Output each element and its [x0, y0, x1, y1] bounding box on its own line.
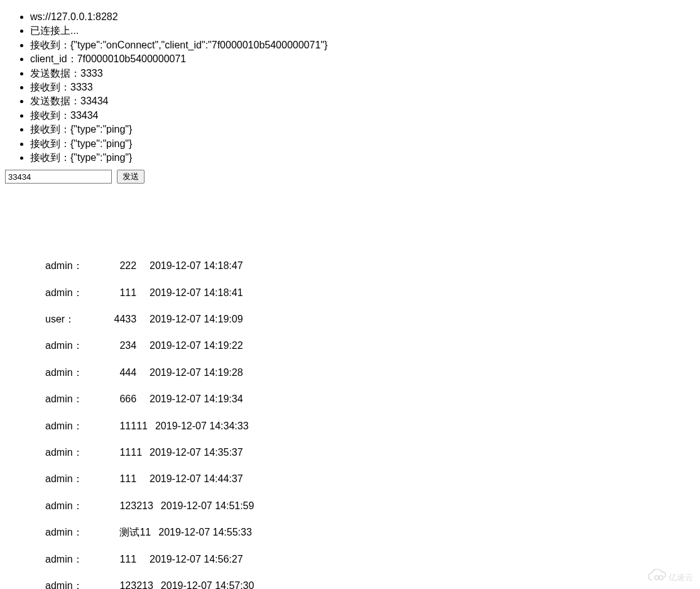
chat-user: admin：: [45, 286, 84, 300]
chat-row: admin： 123213 2019-12-07 14:57:30: [45, 579, 685, 589]
chat-user: admin：: [45, 392, 84, 406]
chat-message: 11111: [92, 419, 148, 433]
chat-timestamp: 2019-12-07 14:19:09: [150, 312, 243, 326]
log-item: client_id：7f0000010b5400000071: [30, 52, 685, 66]
scroll-viewport[interactable]: ws://127.0.0.1:8282 已连接上... 接收到：{"type":…: [0, 0, 690, 589]
chat-row: admin： 666 2019-12-07 14:19:34: [45, 392, 685, 406]
log-item: 接收到：{"type":"ping"}: [30, 123, 685, 136]
log-item: 发送数据：3333: [30, 67, 685, 80]
chat-timestamp: 2019-12-07 14:51:59: [161, 499, 254, 513]
chat-row: admin： 1111 2019-12-07 14:35:37: [45, 446, 685, 460]
chat-timestamp: 2019-12-07 14:34:33: [155, 419, 249, 433]
chat-log: admin： 222 2019-12-07 14:18:47 admin： 11…: [5, 259, 685, 589]
chat-row: admin： 234 2019-12-07 14:19:22: [45, 339, 685, 353]
chat-user: admin：: [45, 579, 84, 589]
chat-message: 666: [92, 392, 142, 406]
log-item: 接收到：3333: [30, 80, 685, 94]
log-item: ws://127.0.0.1:8282: [30, 10, 685, 24]
log-item: 已连接上...: [30, 24, 685, 38]
chat-timestamp: 2019-12-07 14:57:30: [161, 579, 254, 589]
page-content: ws://127.0.0.1:8282 已连接上... 接收到：{"type":…: [0, 0, 690, 589]
chat-user: user：: [45, 312, 84, 326]
chat-message: 111: [92, 472, 142, 486]
chat-user: admin：: [45, 526, 84, 539]
chat-row: admin： 测试11 2019-12-07 14:55:33: [45, 526, 685, 539]
chat-message: 222: [92, 259, 142, 273]
chat-timestamp: 2019-12-07 14:56:27: [150, 553, 243, 566]
chat-row: admin： 123213 2019-12-07 14:51:59: [45, 499, 685, 513]
chat-timestamp: 2019-12-07 14:44:37: [150, 472, 243, 486]
chat-message: 4433: [92, 312, 142, 326]
log-item: 接收到：{"type":"ping"}: [30, 151, 685, 165]
chat-row: admin： 111 2019-12-07 14:56:27: [45, 553, 685, 566]
chat-user: admin：: [45, 259, 84, 273]
chat-user: admin：: [45, 419, 84, 433]
chat-message: 111: [92, 286, 142, 300]
send-row: 发送: [5, 170, 685, 184]
chat-message: 123213: [92, 579, 153, 589]
chat-timestamp: 2019-12-07 14:19:34: [150, 392, 243, 406]
log-list: ws://127.0.0.1:8282 已连接上... 接收到：{"type":…: [5, 10, 685, 165]
chat-message: 123213: [92, 499, 153, 513]
chat-row: admin： 222 2019-12-07 14:18:47: [45, 259, 685, 273]
chat-user: admin：: [45, 339, 84, 353]
chat-row: admin： 444 2019-12-07 14:19:28: [45, 366, 685, 380]
chat-message: 444: [92, 366, 142, 380]
chat-user: admin：: [45, 446, 84, 460]
chat-timestamp: 2019-12-07 14:19:28: [150, 366, 243, 380]
chat-user: admin：: [45, 366, 84, 380]
chat-user: admin：: [45, 553, 84, 566]
chat-row: admin： 111 2019-12-07 14:18:41: [45, 286, 685, 300]
chat-row: admin： 111 2019-12-07 14:44:37: [45, 472, 685, 486]
chat-message: 111: [92, 553, 142, 566]
chat-timestamp: 2019-12-07 14:55:33: [158, 526, 252, 539]
log-item: 接收到：{"type":"onConnect","client_id":"7f0…: [30, 38, 685, 52]
message-input[interactable]: [5, 170, 112, 184]
log-item: 接收到：33434: [30, 109, 685, 123]
log-item: 接收到：{"type":"ping"}: [30, 137, 685, 151]
chat-timestamp: 2019-12-07 14:19:22: [150, 339, 243, 353]
chat-message: 1111: [92, 446, 142, 460]
chat-row: user： 4433 2019-12-07 14:19:09: [45, 312, 685, 326]
chat-message: 测试11: [92, 526, 151, 539]
chat-timestamp: 2019-12-07 14:35:37: [150, 446, 243, 460]
chat-timestamp: 2019-12-07 14:18:47: [150, 259, 243, 273]
send-button[interactable]: 发送: [117, 170, 145, 184]
chat-row: admin： 11111 2019-12-07 14:34:33: [45, 419, 685, 433]
chat-user: admin：: [45, 472, 84, 486]
chat-message: 234: [92, 339, 142, 353]
log-item: 发送数据：33434: [30, 94, 685, 108]
chat-timestamp: 2019-12-07 14:18:41: [150, 286, 243, 300]
chat-user: admin：: [45, 499, 84, 513]
